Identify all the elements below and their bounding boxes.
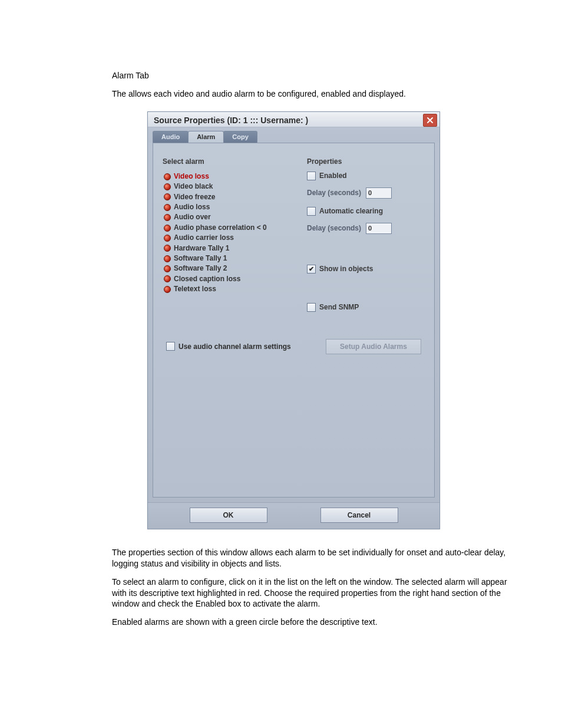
list-item[interactable]: Software Tally 1 xyxy=(164,253,293,263)
list-item[interactable]: Teletext loss xyxy=(164,284,293,294)
alarm-label: Teletext loss xyxy=(174,284,216,294)
status-dot-icon xyxy=(164,183,171,190)
status-dot-icon xyxy=(164,204,171,211)
delay-label: Delay (seconds) xyxy=(307,224,361,232)
list-item[interactable]: Audio loss xyxy=(164,202,293,212)
checkbox-icon[interactable] xyxy=(307,207,316,216)
tab-audio[interactable]: Audio xyxy=(153,131,189,143)
status-dot-icon xyxy=(164,275,171,282)
dialog-screenshot: Source Properties (ID: 1 ::: Username: )… xyxy=(147,111,509,529)
text: allows each video and audio alarm to be … xyxy=(128,89,406,98)
source-properties-dialog: Source Properties (ID: 1 ::: Username: )… xyxy=(147,111,440,529)
list-item[interactable]: Video black xyxy=(164,182,293,192)
close-icon[interactable] xyxy=(423,114,437,127)
auto-clear-checkbox-row[interactable]: Automatic clearing xyxy=(307,207,425,216)
autoclear-delay-input[interactable] xyxy=(366,223,392,234)
titlebar: Source Properties (ID: 1 ::: Username: ) xyxy=(148,112,439,127)
alarm-label: Video loss xyxy=(174,172,209,182)
alarm-label: Audio loss xyxy=(174,202,210,212)
section-heading: Alarm Tab xyxy=(112,71,509,80)
ok-button[interactable]: OK xyxy=(190,508,267,523)
intro-paragraph: The allows each video and audio alarm to… xyxy=(112,88,509,100)
checkbox-label: Send SNMP xyxy=(319,303,359,311)
alarm-list: Video loss Video black Video freeze Audi… xyxy=(163,172,293,295)
body-paragraph: Enabled alarms are shown with a green ci… xyxy=(112,617,509,628)
list-item[interactable]: Hardware Tally 1 xyxy=(164,243,293,253)
tab-panel: Select alarm Video loss Video black Vide… xyxy=(153,143,435,498)
alarm-label: Software Tally 1 xyxy=(174,253,227,263)
alarm-label: Audio phase correlation < 0 xyxy=(174,223,267,233)
tabs: Audio Alarm Copy xyxy=(148,127,439,143)
list-item[interactable]: Audio phase correlation < 0 xyxy=(164,223,293,233)
text: To select an alarm to configure, click o… xyxy=(112,577,287,587)
checkbox-icon[interactable]: ✔ xyxy=(307,265,316,274)
list-item[interactable]: Audio carrier loss xyxy=(164,233,293,243)
enabled-checkbox-row[interactable]: Enabled xyxy=(307,172,425,180)
use-audio-channel-checkbox-row[interactable]: Use audio channel alarm settings xyxy=(166,342,291,351)
status-dot-icon xyxy=(164,286,171,293)
list-item[interactable]: Closed caption loss xyxy=(164,274,293,284)
status-dot-icon xyxy=(164,245,171,252)
dialog-buttons: OK Cancel xyxy=(148,502,439,529)
alarm-label: Audio carrier loss xyxy=(174,233,234,243)
alarm-label: Video freeze xyxy=(174,192,215,202)
status-dot-icon xyxy=(164,235,171,242)
status-dot-icon xyxy=(164,193,171,200)
checkbox-label: Show in objects xyxy=(319,265,373,273)
select-alarm-heading: Select alarm xyxy=(163,157,293,166)
body-paragraph: To select an alarm to configure, click o… xyxy=(112,577,509,610)
properties-heading: Properties xyxy=(307,157,425,166)
list-item[interactable]: Software Tally 2 xyxy=(164,263,293,274)
tab-alarm[interactable]: Alarm xyxy=(188,131,224,143)
show-in-objects-checkbox-row[interactable]: ✔ Show in objects xyxy=(307,265,425,274)
status-dot-icon xyxy=(164,225,171,232)
tab-copy[interactable]: Copy xyxy=(223,131,257,143)
list-item[interactable]: Video loss xyxy=(164,172,293,182)
list-item[interactable]: Audio over xyxy=(164,212,293,222)
status-dot-icon xyxy=(164,173,171,180)
alarm-label: Hardware Tally 1 xyxy=(174,243,230,253)
checkbox-icon[interactable] xyxy=(166,342,175,351)
list-item[interactable]: Video freeze xyxy=(164,192,293,202)
status-dot-icon xyxy=(164,265,171,272)
enabled-delay-input[interactable] xyxy=(366,187,392,199)
status-dot-icon xyxy=(164,255,171,262)
alarm-label: Video black xyxy=(174,182,213,192)
delay-label: Delay (seconds) xyxy=(307,189,361,197)
setup-audio-alarms-button[interactable]: Setup Audio Alarms xyxy=(326,339,421,354)
checkbox-label: Use audio channel alarm settings xyxy=(178,342,291,351)
checkbox-label: Enabled xyxy=(319,172,347,180)
checkbox-icon[interactable] xyxy=(307,303,316,312)
window-title: Source Properties (ID: 1 ::: Username: ) xyxy=(154,116,308,125)
status-dot-icon xyxy=(164,214,171,221)
body-paragraph: The properties section of this window al… xyxy=(112,547,509,569)
alarm-label: Closed caption loss xyxy=(174,274,240,284)
cancel-button[interactable]: Cancel xyxy=(320,508,398,523)
alarm-label: Audio over xyxy=(174,212,211,222)
text: The xyxy=(112,89,128,98)
send-snmp-checkbox-row[interactable]: Send SNMP xyxy=(307,303,425,312)
checkbox-icon[interactable] xyxy=(307,172,316,180)
checkbox-label: Automatic clearing xyxy=(319,207,383,215)
alarm-label: Software Tally 2 xyxy=(174,263,227,274)
